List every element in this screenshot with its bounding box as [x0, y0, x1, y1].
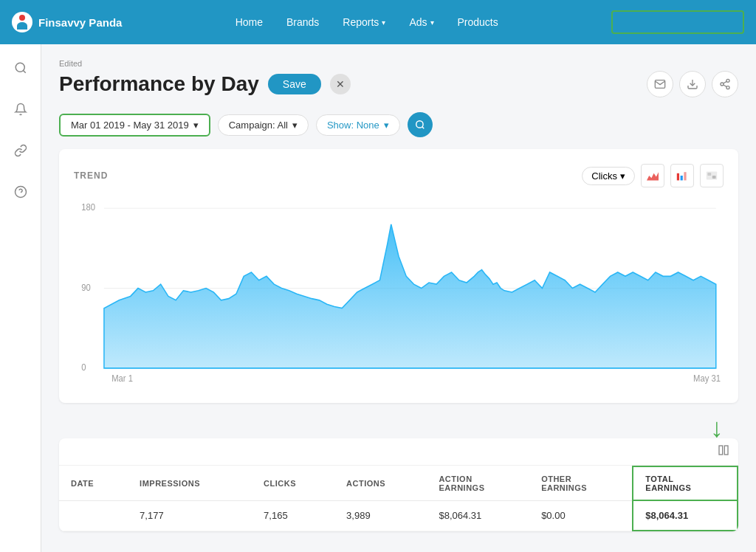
nav-reports[interactable]: Reports ▾ [343, 16, 385, 28]
sidebar [0, 44, 41, 552]
col-total-earnings: TOTALEARNINGS [633, 466, 738, 500]
title-actions [647, 71, 738, 97]
filter-search-button[interactable] [408, 112, 433, 137]
cell-date [59, 500, 128, 531]
cell-total-earnings: $8,064.31 [633, 500, 738, 531]
svg-point-5 [726, 79, 729, 82]
close-button[interactable]: ✕ [330, 74, 351, 94]
svg-line-9 [724, 81, 727, 83]
cell-other-earnings: $0.00 [529, 500, 633, 531]
arrow-indicator: ↓ [59, 415, 738, 441]
nav-links: Home Brands Reports ▾ Ads ▾ Products [140, 16, 594, 28]
col-clicks: CLICKS [252, 466, 334, 500]
svg-rect-18 [712, 176, 716, 179]
down-arrow-icon: ↓ [710, 415, 724, 441]
col-date: DATE [59, 466, 128, 500]
campaign-chevron-icon: ▾ [292, 120, 298, 131]
sidebar-link-icon[interactable] [9, 139, 32, 162]
svg-marker-12 [647, 172, 659, 180]
svg-rect-28 [724, 446, 728, 455]
save-button[interactable]: Save [268, 74, 321, 94]
clicks-dropdown[interactable]: Clicks ▾ [582, 167, 635, 185]
trend-label: TREND [74, 170, 108, 181]
download-button[interactable] [679, 71, 706, 97]
sidebar-bell-icon[interactable] [9, 97, 32, 121]
main-layout: Edited Performance by Day Save ✕ Mar 01 [0, 44, 756, 552]
nav-products[interactable]: Products [458, 16, 498, 28]
svg-text:90: 90 [81, 283, 91, 292]
svg-rect-13 [677, 173, 679, 181]
svg-line-11 [422, 127, 424, 129]
sidebar-help-icon[interactable] [9, 180, 32, 204]
cell-action-earnings: $8,064.31 [427, 500, 529, 531]
svg-point-0 [16, 63, 24, 72]
trend-chart: 180 90 0 [74, 196, 724, 388]
data-table: DATE IMPRESSIONS CLICKS ACTIONS ACTIONEA… [59, 438, 738, 531]
col-actions: ACTIONS [334, 466, 427, 500]
main-content: Edited Performance by Day Save ✕ Mar 01 [41, 44, 756, 552]
clicks-chevron-icon: ▾ [620, 170, 625, 182]
page-title: Performance by Day [59, 72, 259, 96]
svg-rect-27 [719, 446, 723, 455]
reports-chevron: ▾ [382, 18, 385, 27]
svg-text:0: 0 [81, 363, 86, 372]
chart-bar-button[interactable] [670, 164, 694, 187]
sidebar-search-icon[interactable] [9, 56, 32, 80]
svg-text:May 31: May 31 [693, 374, 721, 383]
svg-text:Mar 1: Mar 1 [111, 374, 133, 383]
show-filter[interactable]: Show: None ▾ [316, 114, 400, 136]
nav-search-box[interactable] [611, 10, 744, 34]
svg-point-6 [721, 83, 724, 86]
date-chevron-icon: ▾ [193, 120, 199, 131]
svg-rect-14 [681, 176, 683, 180]
table-row: 7,177 7,165 3,989 $8,064.31 $0.00 $8,064… [59, 500, 738, 531]
show-chevron-icon: ▾ [384, 120, 389, 131]
svg-line-1 [23, 70, 25, 72]
col-action-earnings: ACTIONEARNINGS [427, 466, 529, 500]
brand-name: Finsavvy Panda [38, 16, 122, 29]
svg-point-10 [416, 121, 423, 128]
svg-text:180: 180 [81, 203, 95, 212]
table-toolbar [59, 438, 738, 466]
campaign-filter[interactable]: Campaign: All ▾ [218, 114, 309, 136]
page-title-row: Performance by Day Save ✕ [59, 71, 738, 97]
nav-brands[interactable]: Brands [286, 16, 319, 28]
chart-controls: Clicks ▾ [582, 164, 724, 187]
svg-rect-17 [707, 173, 711, 176]
ads-chevron: ▾ [430, 18, 434, 27]
chart-scatter-button[interactable] [700, 164, 724, 187]
svg-line-8 [724, 85, 727, 87]
performance-table: DATE IMPRESSIONS CLICKS ACTIONS ACTIONEA… [59, 466, 738, 531]
svg-rect-15 [684, 172, 686, 180]
col-impressions: IMPRESSIONS [128, 466, 252, 500]
top-navigation: Finsavvy Panda Home Brands Reports ▾ Ads… [0, 0, 756, 44]
brand-logo[interactable]: Finsavvy Panda [12, 12, 122, 32]
columns-icon[interactable] [718, 444, 729, 459]
cell-impressions: 7,177 [128, 500, 252, 531]
chart-card: TREND Clicks ▾ [59, 149, 738, 403]
chart-area: 180 90 0 [74, 196, 724, 388]
edited-label: Edited [59, 59, 738, 68]
share-button[interactable] [712, 71, 738, 97]
col-other-earnings: OTHEREARNINGS [529, 466, 633, 500]
email-button[interactable] [647, 71, 673, 97]
logo-icon [12, 12, 32, 32]
date-range-filter[interactable]: Mar 01 2019 - May 31 2019 ▾ [59, 114, 210, 137]
chart-header: TREND Clicks ▾ [74, 164, 724, 187]
nav-ads[interactable]: Ads ▾ [409, 16, 433, 28]
svg-point-7 [726, 86, 729, 89]
table-header-row: DATE IMPRESSIONS CLICKS ACTIONS ACTIONEA… [59, 466, 738, 500]
filter-row: Mar 01 2019 - May 31 2019 ▾ Campaign: Al… [59, 112, 738, 137]
nav-home[interactable]: Home [236, 16, 263, 28]
cell-clicks: 7,165 [252, 500, 334, 531]
cell-actions: 3,989 [334, 500, 427, 531]
chart-area-button[interactable] [641, 164, 664, 187]
